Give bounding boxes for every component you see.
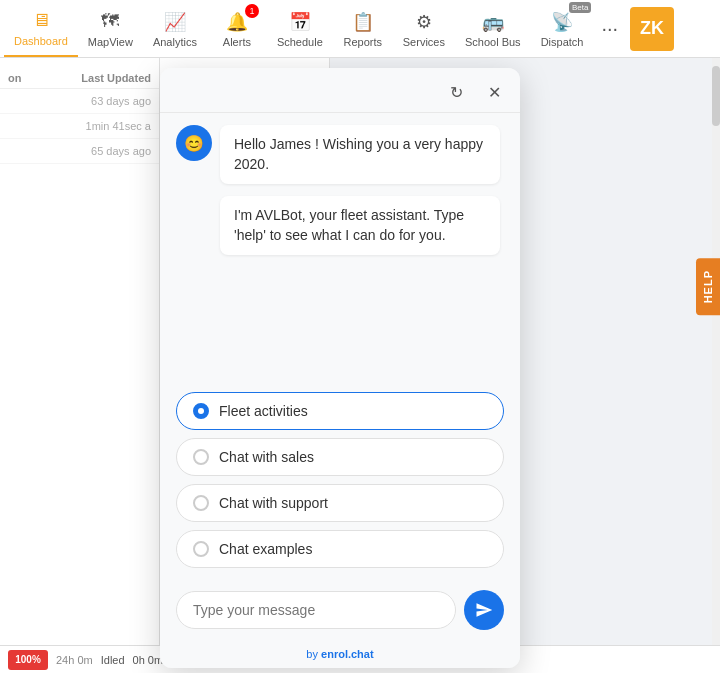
main-content: on Last Updated 63 days ago 1min 41sec a… <box>0 58 720 673</box>
chat-options: Fleet activities Chat with sales Chat wi… <box>160 392 520 580</box>
reports-icon: 📋 <box>351 10 375 34</box>
scrollbar[interactable] <box>712 58 720 673</box>
updated-time-2: 1min 41sec a <box>86 120 151 132</box>
col-updated-header: Last Updated <box>81 72 151 84</box>
greeting-message-row: 😊 Hello James ! Wishing you a very happy… <box>176 125 504 184</box>
greeting-bubble: Hello James ! Wishing you a very happy 2… <box>220 125 500 184</box>
help-tab-button[interactable]: HELP <box>696 258 720 315</box>
nav-more-button[interactable]: ··· <box>593 17 626 40</box>
nav-services-label: Services <box>403 36 445 48</box>
dispatch-icon: 📡 <box>550 10 574 34</box>
option-support[interactable]: Chat with support <box>176 484 504 522</box>
nav-services[interactable]: ⚙ Services <box>393 0 455 57</box>
sales-label: Chat with sales <box>219 449 314 465</box>
top-navbar: 🖥 Dashboard 🗺 MapView 📈 Analytics 🔔 1 Al… <box>0 0 720 58</box>
nav-analytics[interactable]: 📈 Analytics <box>143 0 207 57</box>
table-row[interactable]: 65 days ago <box>0 139 159 164</box>
nav-special-button[interactable]: ZK <box>630 7 674 51</box>
option-examples[interactable]: Chat examples <box>176 530 504 568</box>
dashboard-icon: 🖥 <box>29 9 53 33</box>
nav-alerts[interactable]: 🔔 1 Alerts <box>207 0 267 57</box>
mapview-icon: 🗺 <box>98 10 122 34</box>
dispatch-beta-badge: Beta <box>569 2 591 13</box>
nav-schoolbus-label: School Bus <box>465 36 521 48</box>
chat-body: 😊 Hello James ! Wishing you a very happy… <box>160 113 520 392</box>
nav-analytics-label: Analytics <box>153 36 197 48</box>
nav-schedule[interactable]: 📅 Schedule <box>267 0 333 57</box>
nav-reports-label: Reports <box>344 36 383 48</box>
examples-label: Chat examples <box>219 541 312 557</box>
nav-schoolbus[interactable]: 🚌 School Bus <box>455 0 531 57</box>
send-icon <box>475 601 493 619</box>
chat-send-button[interactable] <box>464 590 504 630</box>
nav-dispatch[interactable]: Beta 📡 Dispatch <box>531 0 594 57</box>
nav-reports[interactable]: 📋 Reports <box>333 0 393 57</box>
alerts-badge: 1 <box>245 4 259 18</box>
chat-header: ↻ ✕ <box>160 68 520 113</box>
schoolbus-icon: 🚌 <box>481 10 505 34</box>
examples-radio <box>193 541 209 557</box>
intro-bubble: I'm AVLBot, your fleet assistant. Type '… <box>220 196 500 255</box>
scrollbar-thumb <box>712 66 720 126</box>
chat-footer: by enrol.chat <box>160 644 520 668</box>
sales-radio <box>193 449 209 465</box>
nav-mapview-label: MapView <box>88 36 133 48</box>
intro-message-row: I'm AVLBot, your fleet assistant. Type '… <box>176 196 504 255</box>
col-on-header: on <box>8 72 81 84</box>
nav-alerts-label: Alerts <box>223 36 251 48</box>
services-icon: ⚙ <box>412 10 436 34</box>
fleet-radio <box>193 403 209 419</box>
bottom-time: 24h 0m <box>56 654 93 666</box>
fleet-label: Fleet activities <box>219 403 308 419</box>
nav-dashboard[interactable]: 🖥 Dashboard <box>4 0 78 57</box>
chat-close-button[interactable]: ✕ <box>480 78 508 106</box>
table-row[interactable]: 1min 41sec a <box>0 114 159 139</box>
table-header: on Last Updated <box>0 68 159 89</box>
chat-refresh-button[interactable]: ↻ <box>442 78 470 106</box>
schedule-icon: 📅 <box>288 10 312 34</box>
chat-brand: enrol.chat <box>321 648 374 660</box>
idled-time: 0h 0m <box>133 654 164 666</box>
nav-dashboard-label: Dashboard <box>14 35 68 47</box>
idled-label: Idled <box>101 654 125 666</box>
percentage-bar: 100% <box>8 650 48 670</box>
updated-time-1: 63 days ago <box>91 95 151 107</box>
support-label: Chat with support <box>219 495 328 511</box>
bot-avatar: 😊 <box>176 125 212 161</box>
option-fleet[interactable]: Fleet activities <box>176 392 504 430</box>
vehicle-list-panel: on Last Updated 63 days ago 1min 41sec a… <box>0 58 160 673</box>
table-row[interactable]: 63 days ago <box>0 89 159 114</box>
updated-time-3: 65 days ago <box>91 145 151 157</box>
nav-dispatch-label: Dispatch <box>541 36 584 48</box>
chat-input[interactable] <box>176 591 456 629</box>
nav-mapview[interactable]: 🗺 MapView <box>78 0 143 57</box>
chat-input-area <box>160 580 520 644</box>
chat-widget: ↻ ✕ 😊 Hello James ! Wishing you a very h… <box>160 68 520 668</box>
analytics-icon: 📈 <box>163 10 187 34</box>
nav-schedule-label: Schedule <box>277 36 323 48</box>
support-radio <box>193 495 209 511</box>
option-sales[interactable]: Chat with sales <box>176 438 504 476</box>
